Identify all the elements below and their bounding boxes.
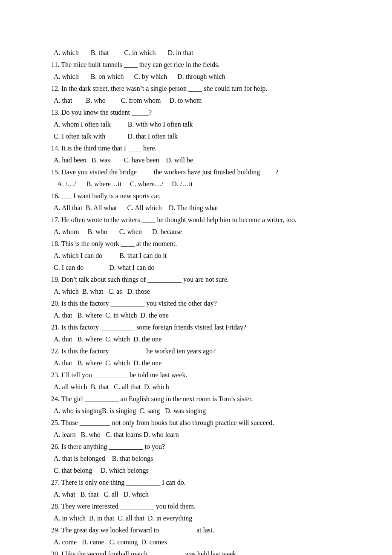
text-line: A. come B. came C. coming D. comes [51,536,341,548]
text-line: A. which B. what C. as D. those [51,286,341,298]
text-line: 26. Is there anything __________ to you? [51,441,341,453]
text-line: 27. There is only one thing __________ I… [51,477,341,489]
text-line: C. I often talk with D. that I often tal… [51,130,341,142]
text-line: 22. Is this the factory __________ he wo… [51,345,341,357]
text-line: A. that B. where C. which D. the one [51,333,341,345]
text-line: 21. Is this factory __________ some fore… [51,321,341,333]
text-line: A. that is belonged B. that belongs [51,453,341,465]
text-line: A. learn B. who C. that learns D. who le… [51,429,341,441]
text-line: 28. They were interested __________ you … [51,500,341,512]
text-line: 20. Is this the factory __________ you v… [51,298,341,309]
text-line: A. in which B. in that C. all that D. in… [51,512,341,524]
text-line: A. that B. where C. which D. the one [51,357,341,369]
text-line: 30. I like the second football match ___… [51,548,341,555]
text-line: 16. ___ I want badly is a new sports car… [51,190,341,202]
text-line: A. /…/ B. where…it C. where…/ D. /…it [51,178,341,190]
text-line: A. that B. who C. from whom D. to whom [51,95,341,107]
text-line: A. which I can do B. that I can do it [51,250,341,262]
text-line: 18. This is the only work ____ at the mo… [51,238,341,250]
text-line: 15. Have you visited the bridge ____ the… [51,166,341,178]
text-line: A. had been B. was C. have been D. will … [51,154,341,166]
text-line: C. I can do D. what I can do [51,262,341,274]
document-page: A. which B. that C. in which D. in that1… [0,0,392,555]
text-line: A. which B. that C. in which D. in that [51,47,341,59]
text-line: 24. The girl __________ an English song … [51,393,341,405]
text-line: 14. It is the third time that I ____ her… [51,142,341,154]
text-line: C. that belong D. which belongs [51,465,341,477]
text-line: 23. I’ll tell you __________ he told me … [51,369,341,381]
text-line: 13. Do you know the student _____? [51,107,341,119]
text-line: 19. Don’t talk about such things of ____… [51,274,341,286]
text-line: 17. He often wrote to the writers ____ h… [51,214,341,226]
text-line: A. that B. where C. in which D. the one [51,309,341,321]
text-line: A. what B. that C. all D. which [51,489,341,500]
text-line: A. who is singingB. is singing C. sang D… [51,405,341,417]
text-line: 11. The mice built tunnels ____ they can… [51,59,341,71]
text-line: A. which B. on which C. by which D. thro… [51,71,341,83]
text-line: A. all which B. that C. all that D. whic… [51,381,341,393]
text-line: A. whom B. who C. when D. because [51,226,341,238]
text-line: A. whom I often talk B. with who I often… [51,119,341,130]
text-line: 12. In the dark street, there wasn’t a s… [51,83,341,95]
text-line: A. All that B. All what C. All which D. … [51,202,341,214]
text-line: 29. The great day we looked forward to _… [51,524,341,536]
text-line: 25. Those _________ not only from books … [51,417,341,429]
